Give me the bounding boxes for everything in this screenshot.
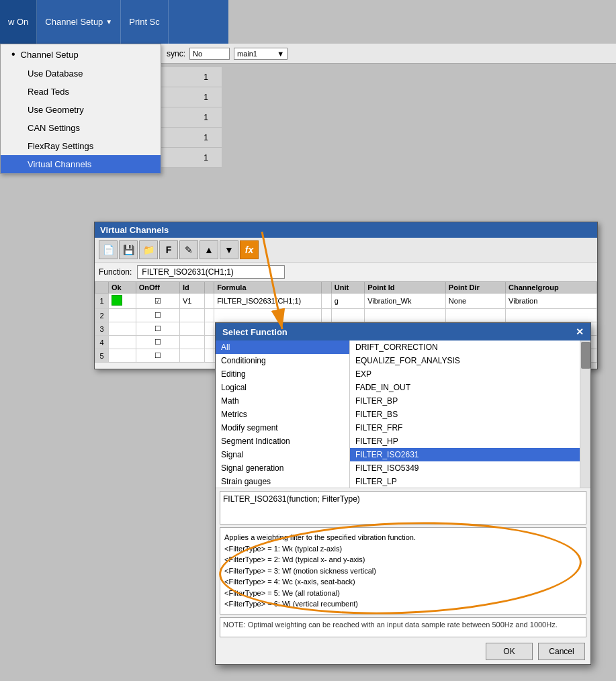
vc-up-button[interactable]: ▲ (200, 240, 218, 259)
row-empty-3 (204, 322, 214, 336)
sf-title: Select Function (222, 327, 288, 337)
row-onoff-1[interactable]: ☑ (136, 293, 179, 309)
sf-note-box: NOTE: Optimal weighting can be reached w… (220, 617, 586, 637)
bg-row-num-1: 1 (204, 73, 208, 82)
sf-content: All Conditioning Editing Logical Math Me… (216, 340, 590, 488)
row-num-3: 3 (95, 322, 109, 336)
sf-function-filter-iso2631[interactable]: FILTER_ISO2631 (350, 448, 580, 461)
vc-edit-button[interactable]: ✎ (179, 240, 198, 259)
vc-open-button[interactable]: 📁 (139, 240, 158, 259)
row-onoff-3[interactable]: ☐ (136, 322, 179, 336)
dropdown-item-virtual-channels[interactable]: Virtual Channels (1, 155, 161, 173)
sf-category-signal-generation[interactable]: Signal generation (216, 461, 349, 475)
row-point-dir-1: None (445, 293, 505, 309)
menu-bar: w On Channel Setup ▼ Print Sc (0, 0, 228, 44)
sf-category-editing[interactable]: Editing (216, 367, 349, 381)
row-onoff-5[interactable]: ☐ (136, 349, 179, 363)
sf-function-exp[interactable]: EXP (350, 367, 580, 381)
dropdown-item-use-database[interactable]: Use Database (1, 64, 161, 83)
col-header-ok: Ok (109, 282, 136, 293)
row-onoff-4[interactable]: ☐ (136, 336, 179, 349)
sf-category-list: All Conditioning Editing Logical Math Me… (216, 340, 350, 488)
row-point-id-1[interactable]: Vibration_Wk (365, 293, 446, 309)
sf-ok-button[interactable]: OK (486, 643, 533, 660)
sync-dropdown-arrow-icon: ▼ (277, 50, 284, 58)
sf-function-filter-bp[interactable]: FILTER_BP (350, 394, 580, 408)
dropdown-label-use-database: Use Database (28, 69, 83, 79)
row-empty-1 (204, 293, 214, 309)
col-header-num (95, 282, 109, 293)
row-ok-3 (109, 322, 136, 336)
row-id-5 (179, 349, 204, 363)
sf-formula-text: FILTER_ISO2631(function; FilterType) (223, 494, 360, 504)
row-point-dir-2 (445, 309, 505, 322)
sf-category-segment-indication[interactable]: Segment Indication (216, 435, 349, 448)
sf-function-filter-frf[interactable]: FILTER_FRF (350, 421, 580, 435)
vc-toolbar: 📄 💾 📁 F ✎ ▲ ▼ fx (95, 238, 597, 263)
dropdown-item-use-geometry[interactable]: Use Geometry (1, 101, 161, 119)
sf-note-text: NOTE: Optimal weighting can be reached w… (223, 621, 558, 629)
row-num-1: 1 (95, 293, 109, 309)
sf-category-all[interactable]: All (216, 340, 349, 354)
sf-category-modify-segment[interactable]: Modify segment (216, 421, 349, 435)
sync-bar: sync: No main1 ▼ (161, 44, 616, 64)
dropdown-item-flexray-settings[interactable]: FlexRay Settings (1, 137, 161, 155)
sf-category-math[interactable]: Math (216, 394, 349, 408)
sf-category-signal[interactable]: Signal (216, 448, 349, 461)
sf-function-equalize[interactable]: EQUALIZE_FOR_ANALYSIS (350, 354, 580, 367)
row-formula-1[interactable]: FILTER_ISO2631(CH1;1) (214, 293, 322, 309)
sync-input[interactable]: No (189, 48, 230, 60)
bullet-icon: • (11, 48, 15, 60)
table-row: 2 ☐ (95, 309, 597, 322)
sf-function-drift-correction[interactable]: DRIFT_CORRECTION (350, 340, 580, 354)
menu-item-print[interactable]: Print Sc (121, 0, 169, 44)
vc-save-button[interactable]: 💾 (119, 240, 138, 259)
sf-category-logical[interactable]: Logical (216, 381, 349, 394)
sf-desc-line-0: Applies a weighting filter to the specif… (224, 532, 582, 543)
sf-function-filter-lp[interactable]: FILTER_LP (350, 475, 580, 488)
sf-category-conditioning[interactable]: Conditioning (216, 354, 349, 367)
vc-function-input[interactable]: FILTER_ISO2631(CH1;1) (137, 265, 285, 279)
row-ok-4 (109, 336, 136, 349)
green-ok-indicator (112, 295, 122, 306)
dropdown-item-channel-setup[interactable]: • Channel Setup (1, 44, 161, 64)
col-header-empty2 (322, 282, 332, 293)
menu-label-on: w On (8, 17, 28, 27)
select-function-dialog: Select Function ✕ All Conditioning Editi… (215, 322, 591, 665)
sf-function-filter-hp[interactable]: FILTER_HP (350, 435, 580, 448)
dropdown-item-can-settings[interactable]: CAN Settings (1, 119, 161, 137)
sf-category-label-segment-indication: Segment Indication (221, 437, 290, 446)
sf-scrollbar[interactable] (580, 340, 590, 488)
sf-formula-box: FILTER_ISO2631(function; FilterType) (220, 491, 586, 525)
row-empty-4 (204, 336, 214, 349)
vc-down-button[interactable]: ▼ (220, 240, 238, 259)
dropdown-label-use-geometry: Use Geometry (28, 105, 84, 115)
sync-dropdown[interactable]: main1 ▼ (234, 48, 288, 60)
sf-function-list-container: DRIFT_CORRECTION EQUALIZE_FOR_ANALYSIS E… (350, 340, 590, 488)
sf-category-label-all: All (221, 343, 230, 352)
vc-function-button[interactable]: fx (240, 240, 259, 259)
sf-ok-label: OK (503, 647, 515, 656)
col-header-point-id: Point Id (365, 282, 446, 293)
menu-item-on[interactable]: w On (0, 0, 37, 44)
row-formula-2 (214, 309, 322, 322)
menu-item-channel-setup[interactable]: Channel Setup ▼ (37, 0, 121, 44)
sf-cancel-button[interactable]: Cancel (538, 643, 585, 660)
vc-new-button[interactable]: 📄 (99, 240, 118, 259)
sf-category-metrics[interactable]: Metrics (216, 408, 349, 421)
dropdown-item-read-teds[interactable]: Read Teds (1, 83, 161, 101)
sf-function-filter-iso5349[interactable]: FILTER_ISO5349 (350, 461, 580, 475)
sf-category-label-logical: Logical (221, 383, 247, 392)
row-channelgroup-2 (506, 309, 597, 322)
vc-function-label: Function: (99, 267, 132, 277)
sf-title-bar: Select Function ✕ (216, 323, 590, 340)
vc-font-button[interactable]: F (159, 240, 178, 259)
sf-function-filter-bs[interactable]: FILTER_BS (350, 408, 580, 421)
sf-category-label-conditioning: Conditioning (221, 356, 266, 365)
sf-category-strain-gauges[interactable]: Strain gauges (216, 475, 349, 488)
sf-close-button[interactable]: ✕ (576, 326, 584, 337)
sync-dropdown-value: main1 (237, 50, 257, 58)
row-point-id-2 (365, 309, 446, 322)
row-onoff-2[interactable]: ☐ (136, 309, 179, 322)
sf-function-fade[interactable]: FADE_IN_OUT (350, 381, 580, 394)
